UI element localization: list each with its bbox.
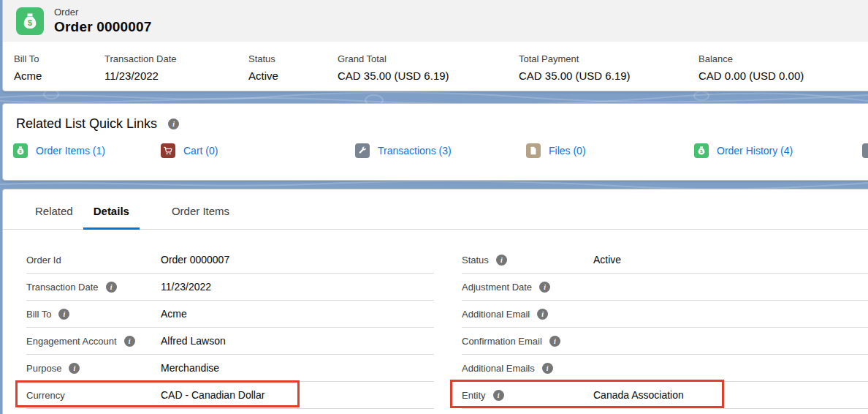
hfield-balance: Balance CAD 0.00 (USD 0.00) <box>698 53 804 82</box>
field-label: Status <box>462 255 489 266</box>
highlights-panel: Bill To Acme Transaction Date 11/23/2022… <box>3 42 868 91</box>
hfield-bill-to: Bill To Acme <box>14 53 42 82</box>
svg-text:$: $ <box>28 18 33 27</box>
detail-row-additional-emails: Additional Emailsi <box>462 355 868 382</box>
quick-link-order-items[interactable]: $ Order Items (1) <box>13 143 105 158</box>
field-label: Transaction Date <box>26 282 99 293</box>
record-detail-card: Related Details Order Items Order Id Ord… <box>2 189 868 414</box>
quick-link-label[interactable]: Order History (4) <box>717 145 793 157</box>
tab-order-items[interactable]: Order Items <box>161 205 240 229</box>
svg-text:$: $ <box>19 148 22 154</box>
quick-link-label[interactable]: Transactions (3) <box>378 145 452 157</box>
info-icon[interactable]: i <box>168 118 179 129</box>
related-list-quick-links-card: Related List Quick Links i $ Order Items… <box>2 103 868 181</box>
detail-row-engagement-account: Engagement Accounti Alfred Lawson <box>26 328 434 355</box>
svg-text:$: $ <box>700 148 703 154</box>
hfield-label: Transaction Date <box>104 53 177 64</box>
file-icon <box>526 143 541 158</box>
order-header-card: $ Order Order 0000007 Bill To Acme Trans… <box>2 0 868 91</box>
info-icon[interactable]: i <box>106 282 117 293</box>
quick-link-label[interactable]: Order Items (1) <box>36 145 105 157</box>
quick-link-order-history[interactable]: $ Order History (4) <box>694 143 793 158</box>
header-title-strip: $ Order Order 0000007 <box>3 0 868 42</box>
info-icon[interactable]: i <box>539 282 550 293</box>
field-value: Active <box>593 254 621 266</box>
page-title: Order 0000007 <box>54 19 152 35</box>
quick-links-title: Related List Quick Links <box>16 116 157 132</box>
info-icon[interactable]: i <box>537 309 548 320</box>
field-label: Additional Email <box>462 309 530 320</box>
info-icon[interactable]: i <box>496 255 507 266</box>
hfield-grand-total: Grand Total CAD 35.00 (USD 6.19) <box>338 53 449 82</box>
quick-link-label[interactable]: Cart (0) <box>183 145 218 157</box>
info-icon[interactable]: i <box>69 363 80 374</box>
field-value: Order 0000007 <box>161 254 229 266</box>
bill-to-link[interactable]: Acme <box>161 308 187 320</box>
info-icon[interactable]: i <box>124 336 135 347</box>
info-icon[interactable]: i <box>493 390 504 401</box>
quick-link-files[interactable]: Files (0) <box>526 143 586 158</box>
quick-link-cart[interactable]: Cart (0) <box>161 143 218 158</box>
field-value: Merchandise <box>161 362 219 374</box>
tab-details[interactable]: Details <box>83 205 140 229</box>
field-label: Purpose <box>26 363 61 374</box>
entity-link[interactable]: Canada Association <box>593 389 684 401</box>
field-label: Confirmation Email <box>462 336 542 347</box>
hfield-value: CAD 0.00 (USD 0.00) <box>698 69 804 82</box>
quick-link-partial[interactable] <box>862 143 868 158</box>
partial-icon <box>862 143 868 158</box>
detail-row-order-id: Order Id Order 0000007 <box>26 246 434 274</box>
detail-row-purpose: Purposei Merchandise <box>26 355 434 382</box>
shopping-cart-icon <box>161 143 175 158</box>
detail-column-right: Statusi Active Adjustment Datei Addition… <box>462 246 868 409</box>
hfield-value: CAD 35.00 (USD 6.19) <box>338 69 449 82</box>
money-bag-icon: $ <box>16 7 44 35</box>
detail-row-entity: Entityi Canada Association <box>462 382 868 409</box>
engagement-account-link[interactable]: Alfred Lawson <box>161 335 226 347</box>
field-label: Entity <box>462 390 486 401</box>
info-icon[interactable]: i <box>549 336 560 347</box>
quick-link-transactions[interactable]: Transactions (3) <box>355 143 452 158</box>
hfield-status: Status Active <box>248 53 278 82</box>
hfield-label: Bill To <box>14 53 42 64</box>
field-label: Currency <box>26 390 65 401</box>
field-value: CAD - Canadian Dollar <box>161 389 264 401</box>
detail-row-bill-to: Bill Toi Acme <box>26 301 434 328</box>
field-label: Adjustment Date <box>462 282 532 293</box>
hfield-value: Active <box>248 69 278 82</box>
hfield-value: CAD 35.00 (USD 6.19) <box>519 69 631 82</box>
hfield-label: Grand Total <box>338 53 449 64</box>
detail-row-additional-email: Additional Emaili <box>462 301 868 328</box>
quick-link-label[interactable]: Files (0) <box>549 145 586 157</box>
hfield-label: Total Payment <box>519 53 631 64</box>
money-bag-icon: $ <box>694 143 709 158</box>
hfield-total-payment: Total Payment CAD 35.00 (USD 6.19) <box>519 53 631 82</box>
detail-row-adjustment-date: Adjustment Datei <box>462 274 868 301</box>
detail-row-status: Statusi Active <box>462 246 868 274</box>
detail-row-currency: Currency CAD - Canadian Dollar <box>26 382 434 409</box>
record-tabbar: Related Details Order Items <box>3 189 868 230</box>
detail-row-confirmation-email: Confirmation Emaili <box>462 328 868 355</box>
hfield-label: Status <box>248 53 278 64</box>
field-label: Order Id <box>26 255 61 266</box>
info-icon[interactable]: i <box>542 363 553 374</box>
detail-column-left: Order Id Order 0000007 Transaction Datei… <box>26 246 434 409</box>
money-bag-icon: $ <box>13 143 28 158</box>
detail-row-transaction-date: Transaction Datei 11/23/2022 <box>26 274 434 301</box>
bill-to-link[interactable]: Acme <box>14 69 42 82</box>
field-label: Bill To <box>26 309 51 320</box>
hfield-transaction-date: Transaction Date 11/23/2022 <box>104 53 177 82</box>
wrench-icon <box>355 143 370 158</box>
tab-related[interactable]: Related <box>25 205 83 229</box>
field-value: 11/23/2022 <box>161 281 211 293</box>
field-label: Engagement Account <box>26 336 117 347</box>
hfield-label: Balance <box>698 53 804 64</box>
info-icon[interactable]: i <box>58 309 69 320</box>
field-label: Additional Emails <box>462 363 535 374</box>
hfield-value: 11/23/2022 <box>104 69 177 82</box>
record-type-label: Order <box>54 7 78 18</box>
